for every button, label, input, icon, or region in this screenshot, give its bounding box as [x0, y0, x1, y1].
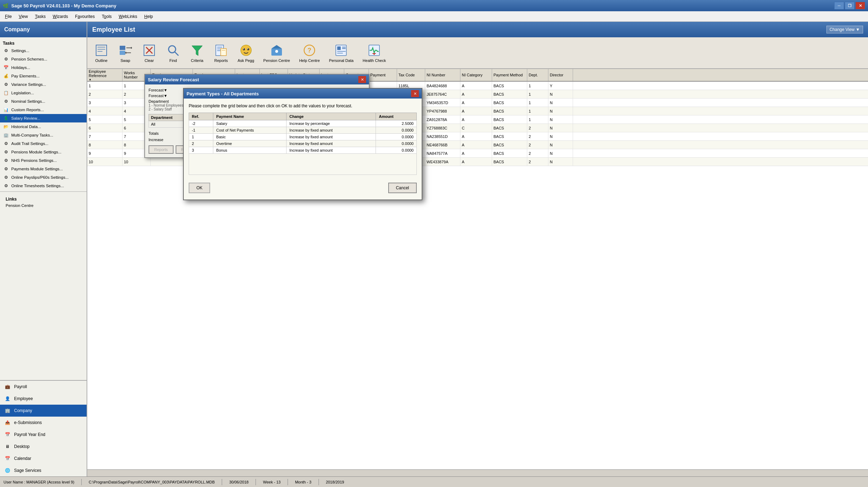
settings-icon: ⚙ [3, 48, 9, 54]
nav-esubmissions[interactable]: 📤 e-Submissions [0, 417, 87, 429]
payments-module-icon: ⚙ [3, 166, 9, 172]
sidebar-item-multicompany[interactable]: 🏢 Multi-Company Tasks... [0, 131, 87, 139]
toolbar-criteria-btn[interactable]: Criteria [187, 41, 208, 64]
svg-point-22 [241, 45, 251, 56]
sidebar-item-payments-module[interactable]: ⚙ Payments Module Settings... [0, 165, 87, 173]
status-bar: User Name : MANAGER (Access level 9) C:\… [0, 476, 868, 487]
svg-marker-15 [192, 46, 202, 56]
sidebar-label-online-timesheets: Online Timesheets Settings... [11, 184, 64, 188]
status-sep1 [81, 479, 82, 485]
pt-row[interactable]: 1 Basic Increase by fixed amount 0.0000 [189, 134, 417, 140]
sidebar-label-salary-review: Salary Review... [11, 116, 40, 120]
toolbar-help-centre-btn[interactable]: ? Help Centre [296, 41, 323, 64]
salary-review-reports-button[interactable]: Reports [149, 145, 174, 154]
sidebar-item-historical-data[interactable]: 📂 Historical Data... [0, 122, 87, 131]
pension-centre-toolbar-label: Pension Centre [263, 58, 290, 63]
menu-favourites[interactable]: Favourites [71, 13, 98, 20]
menu-view[interactable]: View [15, 13, 31, 20]
sidebar-item-pension-schemes[interactable]: ⚙ Pension Schemes... [0, 55, 87, 63]
nav-employee[interactable]: 👤 Employee [0, 393, 87, 405]
pt-row[interactable]: -1 Cost of Net Payments Increase by fixe… [189, 127, 417, 134]
pt-row[interactable]: 2 Overtime Increase by fixed amount 0.00… [189, 140, 417, 147]
payment-types-close-button[interactable]: ✕ [411, 90, 419, 97]
col-ni-number[interactable]: NI Number [425, 69, 460, 81]
menu-weblinks[interactable]: WebLinks [115, 13, 140, 20]
status-month: Month - 3 [295, 480, 311, 484]
content-title: Employee List [92, 26, 135, 33]
col-employee-ref[interactable]: EmployeeReference ▲ [87, 69, 122, 81]
cell-ni-num: JE875764C [425, 90, 460, 98]
nav-calendar[interactable]: 📅 Calendar [0, 453, 87, 464]
total-label1: Totals [149, 131, 184, 135]
sidebar-item-nominal-settings[interactable]: ⚙ Nominal Settings... [0, 97, 87, 106]
svg-rect-20 [221, 49, 226, 56]
col-director[interactable]: Director [548, 69, 573, 81]
sidebar-item-online-payslips[interactable]: ⚙ Online Payslips/P60s Settings... [0, 173, 87, 182]
payment-types-table: Ref. Payment Name Change Amount -2 Salar… [189, 113, 417, 175]
sidebar-item-pensions-module[interactable]: ⚙ Pensions Module Settings... [0, 148, 87, 156]
toolbar-askpegg-btn[interactable]: Ask Pegg [234, 41, 257, 64]
menu-help[interactable]: Help [141, 13, 157, 20]
sidebar-item-legislation[interactable]: 📋 Legislation... [0, 89, 87, 97]
menu-file[interactable]: File [1, 13, 15, 20]
toolbar-outline-btn[interactable]: Outline [91, 41, 112, 64]
horizontal-scrollbar[interactable] [87, 469, 868, 476]
nav-desktop[interactable]: 🖥 Desktop [0, 441, 87, 453]
sidebar-link-pension-centre[interactable]: Pension Centre [3, 202, 84, 209]
pt-cell-change: Increase by fixed amount [287, 140, 376, 147]
minimize-button[interactable]: ─ [834, 2, 844, 10]
col-payment[interactable]: Payment [369, 69, 397, 81]
pt-cell-ref: -1 [189, 127, 213, 134]
pension-schemes-icon: ⚙ [3, 56, 9, 62]
toolbar-personal-data-btn[interactable]: Personal Data [326, 41, 357, 64]
sidebar-item-holidays[interactable]: 📅 Holidays... [0, 63, 87, 72]
payment-types-cancel-button[interactable]: Cancel [388, 183, 417, 193]
salary-review-title-bar: Salary Review Forecast ✕ [145, 75, 369, 84]
col-dept[interactable]: Dept. [527, 69, 548, 81]
sidebar-item-pay-elements[interactable]: 💰 Pay Elements... [0, 72, 87, 80]
nav-sage-services[interactable]: 🌐 Sage Services [0, 464, 87, 476]
svg-rect-4 [120, 46, 125, 50]
close-button[interactable]: ✕ [855, 2, 865, 10]
toolbar-find-btn[interactable]: Find [163, 41, 184, 64]
change-view-button[interactable]: Change View ▼ [826, 26, 863, 33]
salary-review-close-button[interactable]: ✕ [358, 76, 366, 83]
pt-cell-name: Basic [213, 134, 287, 140]
toolbar-reports-btn[interactable]: Reports [210, 41, 232, 64]
criteria-label: Criteria [191, 58, 203, 63]
menu-tasks[interactable]: Tasks [31, 13, 49, 20]
pensions-module-icon: ⚙ [3, 149, 9, 155]
menu-tools[interactable]: Tools [98, 13, 115, 20]
menu-wizards[interactable]: Wizards [49, 13, 71, 20]
nav-payroll[interactable]: 💼 Payroll [0, 381, 87, 393]
sage-services-nav-icon: 🌐 [4, 467, 11, 474]
toolbar-swap-btn[interactable]: Swap [115, 41, 136, 64]
sidebar-item-online-timesheets[interactable]: ⚙ Online Timesheets Settings... [0, 182, 87, 190]
sidebar-item-nhs-pensions[interactable]: ⚙ NHS Pensions Settings... [0, 156, 87, 165]
sidebar-item-settings[interactable]: ⚙ Settings... [0, 46, 87, 55]
cell-ni-cat: A [460, 90, 492, 98]
nav-company[interactable]: 🏢 Company [0, 405, 87, 417]
restore-button[interactable]: ❐ [845, 2, 855, 10]
pt-row[interactable]: -2 Salary Increase by percentage 2.5000 [189, 120, 417, 127]
col-tax-code[interactable]: Tax Code [397, 69, 425, 81]
toolbar-clear-btn[interactable]: Clear [139, 41, 160, 64]
pt-row[interactable]: 3 Bonus Increase by fixed amount 0.0000 [189, 147, 417, 154]
cell-ni-num: BA4824688 [425, 82, 460, 90]
toolbar-pension-centre-btn[interactable]: Pension Centre [260, 41, 293, 64]
toolbar-health-check-btn[interactable]: Health Check [359, 41, 389, 64]
audit-icon: ⚙ [3, 140, 9, 147]
cell-ni-cat: A [460, 82, 492, 90]
sidebar-item-custom-reports[interactable]: 📊 Custom Reports... [0, 106, 87, 114]
nav-payroll-year-end-label: Payroll Year End [14, 432, 45, 437]
nav-payroll-year-end[interactable]: 📅 Payroll Year End [0, 429, 87, 441]
th-pt-name: Payment Name [213, 113, 287, 120]
sidebar-item-salary-review[interactable]: 💲 Salary Review... [0, 114, 87, 122]
payment-types-ok-button[interactable]: OK [189, 183, 210, 193]
salary-review-icon: 💲 [3, 115, 9, 121]
col-ni-category[interactable]: NI Category [460, 69, 492, 81]
pt-cell-amount: 2.5000 [376, 120, 417, 127]
sidebar-item-variance-settings[interactable]: ⚙ Variance Settings... [0, 80, 87, 89]
col-payment-method[interactable]: Payment Method [492, 69, 527, 81]
sidebar-item-audit-trail[interactable]: ⚙ Audit Trail Settings... [0, 139, 87, 148]
